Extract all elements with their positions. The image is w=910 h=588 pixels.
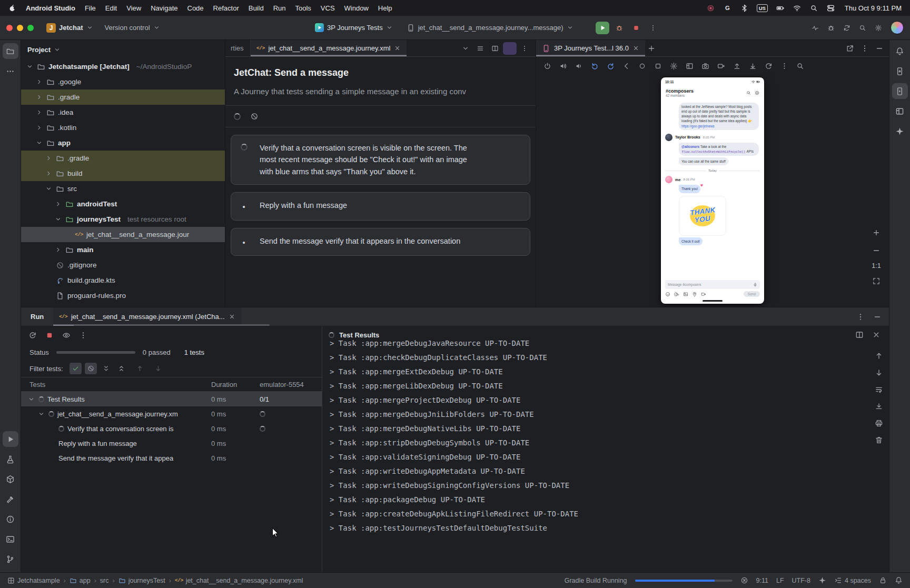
- menu-window[interactable]: Window: [344, 4, 369, 12]
- services-icon[interactable]: [3, 451, 18, 467]
- display-mode-icon[interactable]: [682, 59, 697, 73]
- overview-icon[interactable]: [651, 59, 665, 73]
- project-selector[interactable]: J Jetchat: [43, 21, 96, 35]
- ban-icon[interactable]: [248, 110, 261, 123]
- menubar-clock[interactable]: Thu Oct 9 9:11 PM: [845, 4, 902, 12]
- location-icon[interactable]: [692, 292, 697, 297]
- screen-record-icon[interactable]: [714, 59, 728, 73]
- chevron-right-icon[interactable]: [35, 109, 43, 116]
- wifi-icon[interactable]: [793, 4, 802, 13]
- chevron-down-icon[interactable]: [35, 139, 43, 146]
- chevron-right-icon[interactable]: [44, 155, 53, 162]
- more-vertical-icon[interactable]: [777, 59, 792, 73]
- gemini-status-icon[interactable]: [818, 576, 826, 584]
- tree-item-main[interactable]: main: [21, 242, 225, 257]
- chevron-right-icon[interactable]: [35, 124, 43, 131]
- chevron-right-icon[interactable]: [54, 201, 62, 207]
- battery-icon[interactable]: [776, 4, 785, 13]
- rotate-left-icon[interactable]: [588, 59, 602, 73]
- zoom-fit-button[interactable]: [870, 275, 883, 287]
- test-row-verify-that-a-conversation-screen-is[interactable]: Verify that a conversation screen is0 ms: [21, 421, 322, 436]
- journey-step-card[interactable]: •Send the message verify that it appears…: [231, 228, 530, 256]
- chevron-right-icon[interactable]: [54, 246, 62, 253]
- file-encoding[interactable]: UTF-8: [792, 577, 810, 584]
- zoom-out-button[interactable]: [870, 244, 883, 257]
- editor-tab-active[interactable]: </> jet_chat__send_a_message.journey.xml: [251, 40, 407, 56]
- tree-item-journeystest[interactable]: journeysTesttest resources root: [21, 212, 225, 227]
- chevron-right-icon[interactable]: [35, 78, 43, 85]
- breadcrumb-jetchatsample[interactable]: Jetchatsample: [7, 577, 60, 584]
- breadcrumb-journeystest[interactable]: journeysTest: [118, 577, 165, 584]
- git-icon[interactable]: [3, 551, 18, 567]
- menu-run[interactable]: Run: [273, 4, 286, 12]
- vcs-widget[interactable]: Version control: [102, 22, 163, 34]
- list-icon[interactable]: [473, 42, 487, 55]
- gradle-status[interactable]: Gradle Build Running: [565, 577, 627, 584]
- soft-wrap-icon[interactable]: [873, 383, 885, 396]
- debug-button[interactable]: [612, 22, 626, 34]
- add-device-tab-button[interactable]: [645, 42, 658, 55]
- check-icon[interactable]: [70, 363, 82, 374]
- window-zoom-button[interactable]: [27, 25, 34, 31]
- close-icon[interactable]: [632, 45, 639, 52]
- build-icon[interactable]: [3, 491, 18, 507]
- upload-icon[interactable]: [730, 59, 744, 73]
- chevron-down-icon[interactable]: [37, 411, 45, 417]
- design-view-icon[interactable]: [503, 42, 517, 55]
- reset-icon[interactable]: [761, 59, 776, 73]
- notifications-icon[interactable]: [892, 43, 908, 59]
- search-icon[interactable]: [809, 4, 818, 13]
- test-row-reply-with-a-fun-message[interactable]: Reply with a fun message0 ms: [21, 436, 322, 451]
- chevron-down-icon[interactable]: [44, 185, 53, 192]
- mention-icon[interactable]: [674, 292, 679, 297]
- bug-report-icon[interactable]: [824, 22, 838, 34]
- minimize-icon[interactable]: [871, 311, 884, 323]
- volume-up-icon[interactable]: [556, 59, 570, 73]
- menu-help[interactable]: Help: [378, 4, 392, 12]
- keyboard-input-icon[interactable]: US: [757, 4, 768, 12]
- tree-item-androidtest[interactable]: androidTest: [21, 196, 225, 212]
- column-tests[interactable]: Tests: [21, 381, 211, 388]
- chevron-down-icon[interactable]: [27, 396, 35, 403]
- menu-vcs[interactable]: VCS: [321, 4, 335, 12]
- editor-tab-partial[interactable]: rties: [225, 40, 251, 56]
- tree-item-google[interactable]: .google: [21, 74, 225, 89]
- camera-icon[interactable]: [698, 59, 713, 73]
- power-icon[interactable]: [540, 59, 555, 73]
- project-panel-header[interactable]: Project: [21, 40, 225, 59]
- user-avatar[interactable]: [891, 21, 904, 34]
- breadcrumb-app[interactable]: app: [70, 577, 91, 584]
- notifications-icon[interactable]: [895, 576, 903, 584]
- device-selector[interactable]: jet_chat__send_a_message.journey...messa…: [403, 22, 577, 34]
- collapse-all-icon[interactable]: [115, 363, 127, 374]
- column-duration[interactable]: Duration: [211, 381, 260, 388]
- tree-item-buildscripts[interactable]: buildscripts: [21, 303, 225, 307]
- volume-down-icon[interactable]: [572, 59, 586, 73]
- device-manager-icon[interactable]: [892, 63, 908, 79]
- menu-code[interactable]: Code: [187, 4, 204, 12]
- tree-item-app[interactable]: app: [21, 135, 225, 151]
- test-row-jet-chat-send-a-message-journey-xm[interactable]: jet_chat__send_a_message.journey.xm0 ms: [21, 406, 322, 421]
- google-icon[interactable]: G: [723, 4, 732, 13]
- test-row-test-results[interactable]: Test Results0 ms0/1: [21, 392, 322, 406]
- journey-step-card[interactable]: Verify that a conversation screen is vis…: [231, 135, 530, 185]
- breadcrumb-src[interactable]: src: [100, 577, 109, 584]
- indent-widget[interactable]: 4 spaces: [834, 576, 871, 584]
- menu-navigate[interactable]: Navigate: [151, 4, 177, 12]
- tree-item-src[interactable]: src: [21, 181, 225, 196]
- expand-all-icon[interactable]: [100, 363, 112, 374]
- run-button[interactable]: [596, 22, 609, 34]
- message-input[interactable]: Message #composers: [665, 280, 760, 289]
- menu-edit[interactable]: Edit: [105, 4, 117, 12]
- breadcrumb-jet-chat-send-a-message-journey-xml[interactable]: </>jet_chat__send_a_message.journey.xml: [175, 577, 303, 584]
- run-icon[interactable]: [3, 431, 18, 447]
- chevron-down-icon[interactable]: [25, 63, 34, 70]
- scroll-down-icon[interactable]: [873, 366, 885, 379]
- tree-item-build-gradle-kts[interactable]: build.gradle.kts: [21, 273, 225, 288]
- tree-item-jet-chat-send-a-message-jour[interactable]: </>jet_chat__send_a_message.jour: [21, 227, 225, 242]
- image-icon[interactable]: [683, 292, 688, 297]
- packages-icon[interactable]: [3, 471, 18, 487]
- apple-menu-icon[interactable]: [8, 4, 16, 12]
- device-tab[interactable]: 3P Journeys Test...l 36.0: [536, 40, 645, 56]
- minimize-icon[interactable]: [873, 42, 886, 55]
